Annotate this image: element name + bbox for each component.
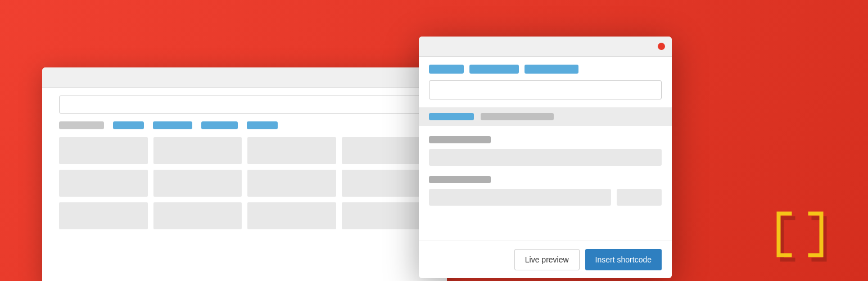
grid-cell <box>342 170 431 197</box>
subbar-active-filter[interactable] <box>429 113 474 120</box>
close-button[interactable] <box>658 43 665 50</box>
field-row-2 <box>429 189 662 206</box>
tab-1[interactable] <box>429 65 464 74</box>
field-input-2-narrow[interactable] <box>617 189 662 206</box>
insert-shortcode-button[interactable]: Insert shortcode <box>585 249 662 270</box>
grid-cell <box>59 137 148 164</box>
live-preview-button[interactable]: Live preview <box>514 249 580 270</box>
grid-cell <box>59 170 148 197</box>
field-input-1[interactable] <box>429 149 662 166</box>
grid-cell <box>153 202 242 229</box>
modal-tabs <box>419 57 672 80</box>
nav-pill-gray-1 <box>59 121 104 129</box>
nav-pill-blue-2 <box>153 121 192 129</box>
field-input-2-wide[interactable] <box>429 189 611 206</box>
back-window-grid <box>42 137 447 229</box>
field-label-2 <box>429 176 491 183</box>
back-window-search[interactable] <box>59 96 430 114</box>
grid-cell <box>342 202 431 229</box>
grid-cell <box>153 170 242 197</box>
grid-cell <box>247 137 336 164</box>
modal-window: Live preview Insert shortcode <box>419 37 672 278</box>
background-window <box>42 67 447 281</box>
modal-footer: Live preview Insert shortcode <box>419 241 672 278</box>
nav-pill-blue-4 <box>247 121 278 129</box>
modal-content <box>419 126 672 241</box>
grid-cell <box>59 202 148 229</box>
modal-subbar <box>419 107 672 126</box>
modal-search-input[interactable] <box>429 80 662 99</box>
bracket-svg <box>764 208 837 270</box>
grid-cell <box>342 137 431 164</box>
grid-cell <box>153 137 242 164</box>
grid-cell <box>247 170 336 197</box>
back-window-nav <box>42 114 447 137</box>
back-window-titlebar <box>42 67 447 88</box>
field-label-1 <box>429 136 491 143</box>
nav-pill-blue-1 <box>113 121 144 129</box>
tab-3[interactable] <box>525 65 578 74</box>
bracket-icon <box>764 208 837 270</box>
nav-pill-blue-3 <box>201 121 238 129</box>
tab-2[interactable] <box>469 65 519 74</box>
modal-titlebar <box>419 37 672 57</box>
grid-cell <box>247 202 336 229</box>
subbar-inactive-filter[interactable] <box>481 113 554 120</box>
